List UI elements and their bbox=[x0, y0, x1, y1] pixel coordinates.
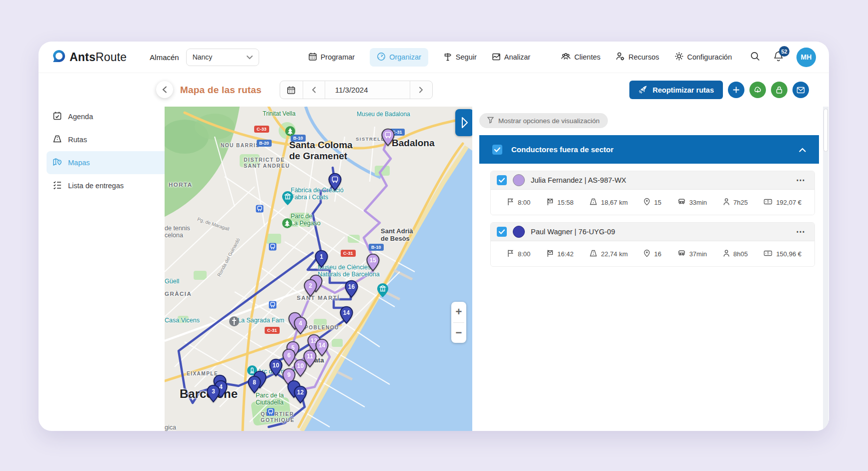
stop-map-marker-2[interactable]: 2 bbox=[304, 279, 317, 297]
map-place-label: SISTRELLS bbox=[356, 137, 389, 142]
map-place-label: de tennis celona bbox=[165, 225, 190, 239]
stop-map-marker-14[interactable]: 14 bbox=[315, 338, 329, 357]
sidebar-item-mapas[interactable]: Mapas bbox=[47, 151, 165, 174]
zoom-out-button[interactable]: − bbox=[451, 323, 466, 343]
menu-item-organizar[interactable]: Organizar bbox=[370, 48, 428, 67]
stop-map-marker-10[interactable]: 10 bbox=[269, 358, 283, 377]
stat-duration: 7h25 bbox=[723, 198, 748, 207]
map-place-label: EIXAMPLE bbox=[187, 371, 218, 377]
stat-drive-time: 37min bbox=[677, 249, 707, 258]
driver-checkbox[interactable] bbox=[497, 227, 507, 237]
map-collapse-button[interactable] bbox=[455, 109, 472, 136]
finish-flag-icon bbox=[546, 249, 554, 259]
brand-logo[interactable]: AntsRoute bbox=[53, 50, 127, 65]
stat-end-time: 15:58 bbox=[546, 198, 574, 207]
stop-map-marker-13[interactable]: 13 bbox=[307, 334, 321, 352]
road-shield-badge: B-20 bbox=[257, 140, 272, 147]
road-shield-badge: C-31 bbox=[265, 327, 280, 334]
stop-map-marker-4[interactable]: 4 bbox=[214, 380, 228, 398]
driver-header[interactable]: Julia Fernandez | AS-987-WX ⋯ bbox=[491, 171, 814, 190]
map-place-label: Güell bbox=[165, 278, 179, 285]
stat-start-time: 8:00 bbox=[507, 249, 530, 259]
prev-day-button[interactable] bbox=[303, 81, 325, 99]
drivers-section-header[interactable]: Conductores fuera de sector bbox=[479, 135, 819, 164]
date-value[interactable]: 11/3/2024 bbox=[325, 81, 410, 99]
stop-map-marker-11[interactable]: 11 bbox=[303, 349, 317, 368]
stop-map-marker-8[interactable]: 8 bbox=[248, 375, 261, 394]
warehouse-select[interactable]: Nancy bbox=[186, 49, 259, 66]
stop-map-marker-9[interactable]: 9 bbox=[282, 368, 296, 386]
driver-name: Julia Fernandez | AS-987-WX bbox=[531, 176, 626, 184]
stop-map-marker-1[interactable]: 1 bbox=[315, 250, 328, 268]
stop-map-marker-15[interactable]: 15 bbox=[366, 253, 380, 272]
search-icon[interactable] bbox=[750, 51, 760, 64]
next-day-button[interactable] bbox=[410, 81, 432, 99]
routes-map[interactable]: Trinitat VellaMuseu de BadalonaSanta Col… bbox=[165, 107, 472, 431]
sidebar-item-agenda[interactable]: Agenda bbox=[39, 105, 165, 128]
stop-map-marker-5[interactable]: 5 bbox=[286, 341, 300, 359]
stop-map-marker-hidden[interactable] bbox=[253, 370, 267, 389]
stat-start-time: 8:00 bbox=[507, 198, 530, 207]
scrollbar-thumb[interactable] bbox=[823, 109, 828, 152]
menu-item-programar[interactable]: Programar bbox=[308, 52, 355, 63]
sidebar: Agenda Rutas Mapas Lista de entregas bbox=[39, 73, 165, 431]
stop-map-marker-hidden[interactable] bbox=[287, 380, 301, 398]
svg-text:10: 10 bbox=[272, 362, 279, 369]
stop-map-marker-hidden[interactable] bbox=[213, 374, 227, 393]
svg-text:14: 14 bbox=[318, 342, 325, 349]
sidebar-item-lista-entregas[interactable]: Lista de entregas bbox=[39, 174, 165, 197]
svg-text:10: 10 bbox=[297, 363, 304, 370]
menu-item-analizar[interactable]: Analizar bbox=[492, 52, 530, 63]
driver-checkbox[interactable] bbox=[497, 175, 507, 185]
reoptimize-routes-button[interactable]: Reoptimizar rutas bbox=[629, 81, 723, 99]
menu-item-recursos[interactable]: Recursos bbox=[615, 52, 659, 63]
stop-map-marker-4[interactable]: 4 bbox=[294, 316, 307, 335]
panel-scrollbar[interactable] bbox=[823, 107, 828, 431]
sidebar-item-rutas[interactable]: Rutas bbox=[39, 128, 165, 151]
stat-cost: 192,07 € bbox=[763, 198, 801, 207]
more-options-icon[interactable]: ⋯ bbox=[796, 175, 805, 186]
stop-map-marker-hidden[interactable] bbox=[309, 274, 323, 293]
stop-map-marker-14[interactable]: 14 bbox=[340, 306, 353, 324]
stop-map-marker-12[interactable]: 12 bbox=[294, 385, 307, 404]
driver-name: Paul Wagner | 76-UYG-09 bbox=[531, 228, 615, 236]
rocket-icon bbox=[638, 85, 648, 96]
metro-map-icon bbox=[269, 301, 277, 311]
brand-logo-icon bbox=[53, 50, 66, 65]
notifications-bell[interactable]: 52 bbox=[773, 51, 783, 64]
stop-map-marker-10[interactable]: 10 bbox=[294, 359, 307, 377]
menu-label: Recursos bbox=[628, 53, 659, 61]
calendar-button[interactable] bbox=[280, 81, 303, 99]
menu-item-seguir[interactable]: Seguir bbox=[443, 52, 477, 63]
road-shield-badge: C-31 bbox=[390, 129, 405, 136]
more-options-icon[interactable]: ⋯ bbox=[796, 226, 805, 237]
svg-text:4: 4 bbox=[219, 384, 223, 391]
lock-button[interactable] bbox=[771, 82, 787, 98]
stop-map-marker-16[interactable]: 16 bbox=[345, 280, 358, 298]
map-place-label: GRÀCIA bbox=[165, 291, 192, 297]
map-place-label: Casa Vicens bbox=[165, 317, 200, 324]
back-button[interactable] bbox=[156, 81, 173, 98]
user-avatar[interactable]: MH bbox=[796, 48, 816, 67]
mail-button[interactable] bbox=[792, 82, 809, 98]
menu-item-configuracion[interactable]: Configuración bbox=[674, 52, 732, 63]
svg-text:13: 13 bbox=[310, 338, 317, 345]
stat-stops: 15 bbox=[643, 198, 661, 207]
chevron-up-icon[interactable] bbox=[799, 145, 806, 154]
stop-map-marker-3[interactable]: 3 bbox=[207, 384, 220, 403]
stop-map-marker-hidden[interactable] bbox=[288, 312, 302, 330]
cloud-download-button[interactable] bbox=[749, 82, 766, 98]
zoom-in-button[interactable]: + bbox=[451, 302, 466, 322]
display-options-button[interactable]: Mostrar opciones de visualización bbox=[479, 113, 608, 128]
menu-item-clientes[interactable]: Clientes bbox=[561, 52, 600, 63]
stop-map-marker-6[interactable]: 6 bbox=[282, 348, 296, 367]
vehicle-map-marker[interactable] bbox=[381, 128, 395, 147]
drivers-panel: Mostrar opciones de visualización Conduc… bbox=[472, 107, 829, 431]
add-button[interactable] bbox=[728, 82, 744, 98]
signpost-icon bbox=[443, 52, 452, 63]
map-place-label: Parc de La Pegaso bbox=[291, 213, 321, 227]
map-place-label: Parc de la Ciutadella bbox=[256, 392, 284, 406]
vehicle-map-marker[interactable] bbox=[328, 173, 342, 191]
driver-header[interactable]: Paul Wagner | 76-UYG-09 ⋯ bbox=[491, 223, 814, 241]
section-checkbox[interactable] bbox=[492, 145, 502, 155]
